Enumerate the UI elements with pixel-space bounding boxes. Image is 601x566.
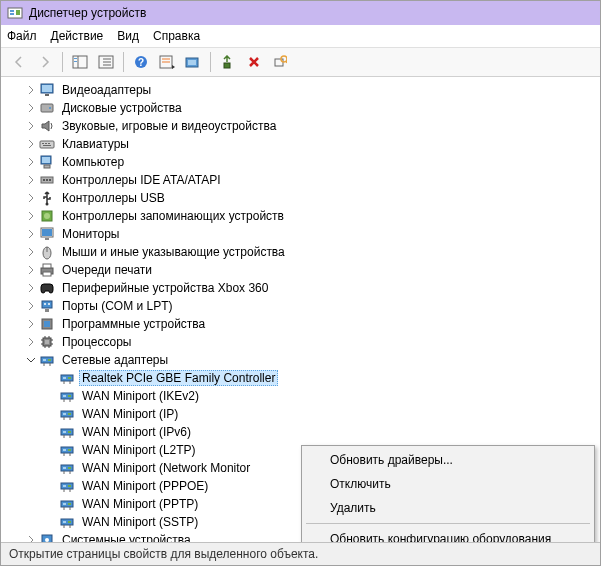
tree-category[interactable]: Контроллеры запоминающих устройств (1, 207, 600, 225)
category-label: Звуковые, игровые и видеоустройства (59, 118, 279, 134)
tree-category[interactable]: Звуковые, игровые и видеоустройства (1, 117, 600, 135)
context-menu-item[interactable]: Отключить (304, 472, 592, 496)
tree-category[interactable]: Видеоадаптеры (1, 81, 600, 99)
category-label: Видеоадаптеры (59, 82, 154, 98)
device-label: WAN Miniport (IPv6) (79, 424, 194, 440)
chevron-right-icon[interactable] (25, 318, 37, 330)
context-menu-item[interactable]: Удалить (304, 496, 592, 520)
chevron-right-icon[interactable] (25, 210, 37, 222)
statusbar: Открытие страницы свойств для выделенног… (1, 542, 600, 565)
svg-rect-97 (61, 465, 73, 471)
chevron-right-icon[interactable] (25, 192, 37, 204)
help-button[interactable]: ? (129, 50, 153, 74)
chevron-down-icon[interactable] (25, 354, 37, 366)
printer-icon (39, 262, 55, 278)
tree-category[interactable]: Контроллеры USB (1, 189, 600, 207)
tree-device[interactable]: Realtek PCIe GBE Family Controller (1, 369, 600, 387)
svg-rect-84 (68, 413, 71, 415)
tree-category[interactable]: Периферийные устройства Xbox 360 (1, 279, 600, 297)
tree-category[interactable]: Контроллеры IDE ATA/ATAPI (1, 171, 600, 189)
svg-rect-19 (224, 63, 230, 68)
svg-rect-108 (63, 503, 66, 505)
svg-rect-72 (61, 375, 73, 381)
toolbar-separator (210, 52, 211, 72)
svg-rect-45 (45, 238, 49, 240)
action-button[interactable] (155, 50, 179, 74)
svg-rect-49 (43, 264, 51, 268)
svg-rect-56 (44, 321, 50, 327)
details-button[interactable] (94, 50, 118, 74)
svg-rect-67 (41, 357, 53, 363)
storage-icon (39, 208, 55, 224)
tree-category[interactable]: Процессоры (1, 333, 600, 351)
svg-rect-113 (63, 521, 66, 523)
tree-device[interactable]: WAN Miniport (IPv6) (1, 423, 600, 441)
chevron-right-icon[interactable] (25, 282, 37, 294)
tree-category[interactable]: Мыши и иные указывающие устройства (1, 243, 600, 261)
titlebar[interactable]: Диспетчер устройств (1, 1, 600, 25)
scan-button[interactable] (181, 50, 205, 74)
tree-category[interactable]: Очереди печати (1, 261, 600, 279)
xbox-icon (39, 280, 55, 296)
toolbar-separator (62, 52, 63, 72)
menu-action[interactable]: Действие (51, 29, 104, 43)
chevron-right-icon[interactable] (25, 300, 37, 312)
tree-category[interactable]: Компьютер (1, 153, 600, 171)
update-driver-button[interactable] (216, 50, 240, 74)
port-icon (39, 298, 55, 314)
tree-category[interactable]: Дисковые устройства (1, 99, 600, 117)
svg-rect-2 (10, 13, 14, 15)
chevron-right-icon[interactable] (25, 138, 37, 150)
svg-rect-29 (42, 143, 44, 144)
network-icon (59, 406, 75, 422)
svg-rect-73 (63, 377, 66, 379)
svg-rect-114 (68, 521, 71, 523)
tree-category[interactable]: Клавиатуры (1, 135, 600, 153)
cpu-icon (39, 334, 55, 350)
svg-rect-92 (61, 447, 73, 453)
chevron-right-icon[interactable] (25, 246, 37, 258)
svg-rect-78 (63, 395, 66, 397)
tree-device[interactable]: WAN Miniport (IP) (1, 405, 600, 423)
context-menu-item[interactable]: Обновить драйверы... (304, 448, 592, 472)
tree-category[interactable]: Мониторы (1, 225, 600, 243)
svg-rect-50 (43, 272, 51, 276)
device-tree[interactable]: ВидеоадаптерыДисковые устройстваЗвуковые… (1, 77, 600, 542)
category-label: Дисковые устройства (59, 100, 185, 116)
menu-separator (306, 523, 590, 524)
category-label: Порты (COM и LPT) (59, 298, 176, 314)
network-icon (59, 496, 75, 512)
tree-category[interactable]: Сетевые адаптеры (1, 351, 600, 369)
svg-rect-87 (61, 429, 73, 435)
tree-category[interactable]: Программные устройства (1, 315, 600, 333)
chevron-right-icon[interactable] (25, 228, 37, 240)
svg-rect-1 (10, 10, 14, 12)
chevron-right-icon[interactable] (25, 264, 37, 276)
category-label: Компьютер (59, 154, 127, 170)
device-label: WAN Miniport (PPTP) (79, 496, 201, 512)
chevron-right-icon[interactable] (25, 174, 37, 186)
context-menu-item[interactable]: Обновить конфигурацию оборудования (304, 527, 592, 542)
device-manager-window: Диспетчер устройств Файл Действие Вид Сп… (0, 0, 601, 566)
device-label: WAN Miniport (SSTP) (79, 514, 201, 530)
chevron-right-icon[interactable] (25, 156, 37, 168)
svg-rect-35 (44, 165, 50, 168)
chevron-right-icon[interactable] (25, 120, 37, 132)
chevron-right-icon[interactable] (25, 534, 37, 542)
network-icon (59, 478, 75, 494)
svg-rect-58 (45, 340, 49, 344)
category-label: Контроллеры USB (59, 190, 168, 206)
uninstall-button[interactable] (242, 50, 266, 74)
chevron-right-icon[interactable] (25, 336, 37, 348)
chevron-right-icon[interactable] (25, 84, 37, 96)
scan-hardware-button[interactable] (268, 50, 292, 74)
network-icon (39, 352, 55, 368)
show-hide-button[interactable] (68, 50, 92, 74)
menu-help[interactable]: Справка (153, 29, 200, 43)
tree-category[interactable]: Порты (COM и LPT) (1, 297, 600, 315)
tree-device[interactable]: WAN Miniport (IKEv2) (1, 387, 600, 405)
menu-view[interactable]: Вид (117, 29, 139, 43)
chevron-right-icon[interactable] (25, 102, 37, 114)
keyboard-icon (39, 136, 55, 152)
menu-file[interactable]: Файл (7, 29, 37, 43)
